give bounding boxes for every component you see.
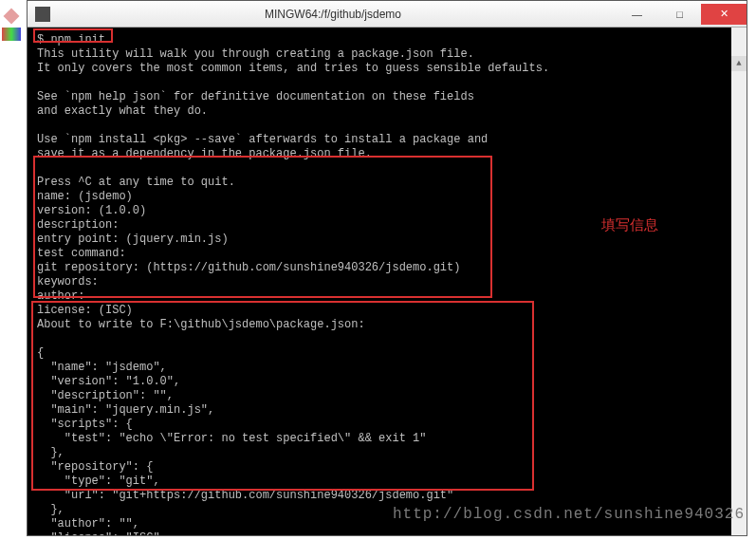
desktop-edge xyxy=(0,5,23,43)
window-title: MINGW64:/f/github/jsdemo xyxy=(50,8,616,21)
terminal-window: MINGW64:/f/github/jsdemo — □ ✕ $ npm ini… xyxy=(27,0,747,536)
maximize-button[interactable]: □ xyxy=(658,4,701,25)
annotation-label: 填写信息 xyxy=(601,216,658,234)
npm-prompts: name: (jsdemo) version: (1.0.0) descript… xyxy=(37,190,460,331)
watermark: http://blog.csdn.net/sunshine940326 xyxy=(393,506,745,523)
app-icon xyxy=(35,7,50,22)
desktop-icon xyxy=(2,28,21,41)
window-controls: — □ ✕ xyxy=(616,4,747,25)
terminal-body[interactable]: $ npm init This utility will walk you th… xyxy=(28,28,747,535)
title-bar[interactable]: MINGW64:/f/github/jsdemo — □ ✕ xyxy=(28,1,747,28)
minimize-button[interactable]: — xyxy=(616,4,658,25)
prompt-line: $ npm init xyxy=(37,33,105,47)
close-button[interactable]: ✕ xyxy=(701,4,747,25)
scrollbar[interactable]: ▲ xyxy=(731,28,747,535)
scroll-up-icon[interactable]: ▲ xyxy=(731,56,747,71)
intro-text: This utility will walk you through creat… xyxy=(37,47,549,189)
desktop-icon xyxy=(4,9,20,25)
